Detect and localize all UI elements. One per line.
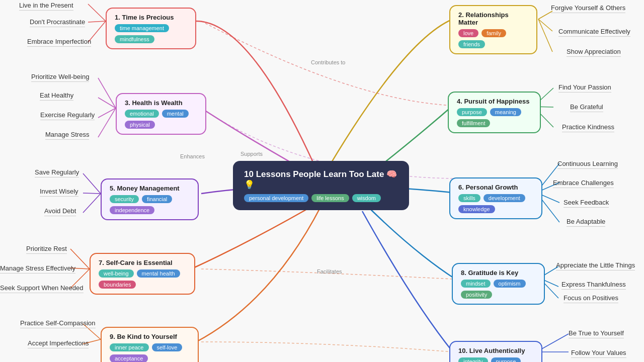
svg-line-0 <box>88 4 106 21</box>
node-9-tag-2: acceptance <box>110 354 148 362</box>
leaf-7-1: Manage Stress Effectively <box>0 264 75 272</box>
leaf-7-0: Prioritize Rest <box>26 245 67 252</box>
node-10-title: 10. Live Authentically <box>458 347 533 354</box>
svg-line-15 <box>538 11 552 19</box>
node-4[interactable]: 4. Pursuit of Happiness purpose meaning … <box>448 92 541 133</box>
leaf-5-2: Avoid Debt <box>44 207 76 215</box>
node-8-tag-1: optimism <box>494 280 526 288</box>
node-6-tags: skills development knowledge <box>458 194 533 213</box>
node-8-tags: mindset optimism positivity <box>461 280 536 299</box>
node-10[interactable]: 10. Live Authentically integrity purpose… <box>449 341 542 362</box>
leaf-5-1: Invest Wisely <box>40 188 78 195</box>
node-3[interactable]: 3. Health is Wealth emotional mental phy… <box>116 93 206 135</box>
svg-line-3 <box>98 78 116 108</box>
node-5-tag-1: financial <box>142 195 172 203</box>
svg-line-17 <box>538 19 552 52</box>
node-5-title: 5. Money Management <box>110 185 190 192</box>
svg-line-9 <box>83 194 101 213</box>
node-1[interactable]: 1. Time is Precious time management mind… <box>106 8 196 49</box>
node-10-tag-0: integrity <box>458 357 488 362</box>
node-2-title: 2. Relationships Matter <box>458 11 528 26</box>
node-1-tags: time management mindfulness <box>115 24 187 43</box>
leaf-1-0: Live in the Present <box>19 2 73 9</box>
node-9-tag-0: inner peace <box>110 343 149 351</box>
leaf-9-0: Practice Self-Compassion <box>20 319 96 327</box>
node-2-tags: love family friends <box>458 29 528 48</box>
edge-label-contributes: Contributes to <box>311 59 345 65</box>
leaf-4-1: Be Grateful <box>570 103 603 111</box>
leaf-3-3: Manage Stress <box>45 131 89 138</box>
svg-line-1 <box>88 21 106 22</box>
node-3-tags: emotional mental physical <box>125 110 197 129</box>
node-4-title: 4. Pursuit of Happiness <box>457 98 532 105</box>
center-tag-1: personal development <box>244 194 308 202</box>
node-5[interactable]: 5. Money Management security financial i… <box>101 178 199 220</box>
node-6[interactable]: 6. Personal Growth skills development kn… <box>449 177 542 219</box>
node-7-tag-2: boundaries <box>99 281 136 289</box>
leaf-7-2: Seek Support When Needed <box>0 284 84 292</box>
node-6-tag-2: knowledge <box>458 205 495 213</box>
node-1-tag-1: mindfulness <box>115 35 154 43</box>
node-1-title: 1. Time is Precious <box>115 14 187 21</box>
node-8-tag-2: positivity <box>461 291 492 299</box>
leaf-6-0: Continuous Learning <box>557 160 618 167</box>
node-7[interactable]: 7. Self-Care is Essential well-being men… <box>90 253 195 295</box>
edge-label-enhances: Enhances <box>180 153 205 159</box>
node-3-tag-1: mental <box>162 110 189 118</box>
leaf-3-1: Eat Healthy <box>40 92 73 99</box>
leaf-3-2: Exercise Regularly <box>40 111 95 119</box>
node-4-tag-2: fulfillment <box>457 119 490 127</box>
node-7-tag-1: mental health <box>137 269 180 278</box>
center-title: 10 Lessons People Learn Too Late 🧠💡 <box>244 169 398 190</box>
node-9-title: 9. Be Kind to Yourself <box>110 333 190 340</box>
edge-label-facilitates: Facilitates <box>317 268 342 275</box>
node-3-title: 3. Health is Wealth <box>125 99 197 107</box>
center-node: 10 Lessons People Learn Too Late 🧠💡 pers… <box>233 161 409 210</box>
node-2-tag-2: friends <box>458 40 485 48</box>
leaf-5-0: Save Regularly <box>35 168 79 176</box>
leaf-2-1: Communicate Effectively <box>558 28 630 35</box>
svg-line-4 <box>98 98 116 108</box>
node-7-tags: well-being mental health boundaries <box>99 269 186 289</box>
node-6-tag-0: skills <box>458 194 480 202</box>
leaf-6-1: Embrace Challenges <box>553 179 614 187</box>
node-2-tag-0: love <box>458 29 478 37</box>
node-4-tags: purpose meaning fulfillment <box>457 108 532 127</box>
leaf-2-0: Forgive Yourself & Others <box>551 4 625 12</box>
leaf-2-2: Show Appreciation <box>567 48 621 55</box>
svg-line-5 <box>98 108 116 118</box>
node-1-tag-0: time management <box>115 24 169 32</box>
leaf-4-2: Practice Kindness <box>562 123 614 131</box>
node-9-tags: inner peace self-love acceptance <box>110 343 190 362</box>
leaf-1-1: Don't Procrastinate <box>30 18 85 26</box>
node-9-tag-1: self-love <box>152 343 183 351</box>
center-tags: personal development life lessons wisdom <box>244 194 398 202</box>
leaf-4-0: Find Your Passion <box>558 83 611 91</box>
node-6-title: 6. Personal Growth <box>458 184 533 191</box>
node-5-tag-2: independence <box>110 206 154 214</box>
svg-line-7 <box>83 173 101 194</box>
center-tag-3: wisdom <box>352 194 381 202</box>
leaf-10-1: Follow Your Values <box>571 349 626 356</box>
node-9[interactable]: 9. Be Kind to Yourself inner peace self-… <box>101 327 199 362</box>
svg-line-16 <box>538 19 552 31</box>
node-10-tags: integrity purpose self-expression <box>458 357 533 362</box>
node-7-title: 7. Self-Care is Essential <box>99 259 186 266</box>
center-tag-2: life lessons <box>311 194 349 202</box>
node-3-tag-0: emotional <box>125 110 159 118</box>
leaf-9-1: Accept Imperfections <box>28 339 89 347</box>
node-2-tag-1: family <box>481 29 506 37</box>
edge-label-supports: Supports <box>240 151 263 157</box>
node-10-tag-1: purpose <box>491 357 521 362</box>
leaf-8-2: Focus on Positives <box>564 294 618 302</box>
leaf-3-0: Prioritize Well-being <box>31 73 89 80</box>
leaf-8-0: Appreciate the Little Things <box>556 261 635 269</box>
node-3-tag-2: physical <box>125 121 155 129</box>
svg-line-6 <box>98 108 116 137</box>
svg-line-8 <box>83 193 101 194</box>
node-2[interactable]: 2. Relationships Matter love family frie… <box>449 5 537 54</box>
node-4-tag-0: purpose <box>457 108 487 116</box>
node-6-tag-1: development <box>484 194 525 202</box>
leaf-10-0: Be True to Yourself <box>569 329 624 337</box>
node-8[interactable]: 8. Gratitude is Key mindset optimism pos… <box>452 263 545 305</box>
